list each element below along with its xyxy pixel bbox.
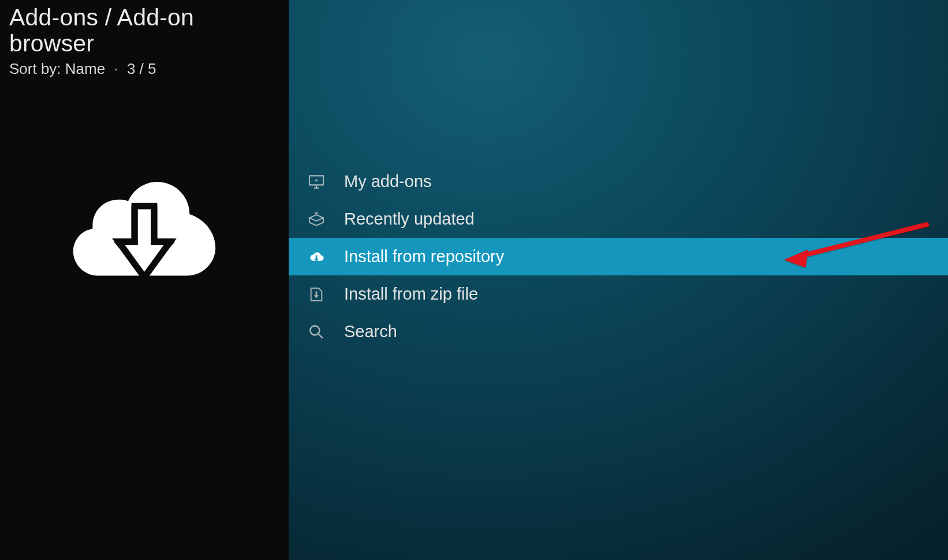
sort-separator: · xyxy=(114,60,118,78)
monitor-icon xyxy=(306,171,327,192)
menu-item-label: Install from repository xyxy=(344,247,504,266)
menu-item-label: My add-ons xyxy=(344,172,432,191)
addon-browser-large-icon xyxy=(9,141,279,303)
menu-item-label: Search xyxy=(344,322,397,341)
menu-item-install-from-repository[interactable]: Install from repository xyxy=(289,238,948,275)
menu-item-my-addons[interactable]: My add-ons xyxy=(289,163,948,200)
menu-item-search[interactable]: Search xyxy=(289,313,948,350)
menu-item-label: Recently updated xyxy=(344,210,475,229)
sort-label: Sort by: Name xyxy=(9,60,105,77)
menu-list: My add-ons Recently updated Install from… xyxy=(289,163,948,350)
box-open-icon xyxy=(306,209,327,230)
zip-download-icon xyxy=(306,284,327,305)
sidebar: Add-ons / Add-on browser Sort by: Name ·… xyxy=(0,0,289,560)
menu-item-label: Install from zip file xyxy=(344,285,478,304)
cloud-download-icon xyxy=(64,141,225,303)
search-icon xyxy=(306,322,327,342)
sort-line: Sort by: Name · 3 / 5 xyxy=(9,60,279,78)
cloud-download-icon xyxy=(306,247,327,267)
main-panel: My add-ons Recently updated Install from… xyxy=(289,0,948,560)
svg-point-0 xyxy=(315,179,318,181)
sort-index: 3 / 5 xyxy=(127,60,156,77)
breadcrumb: Add-ons / Add-on browser xyxy=(9,5,279,57)
svg-point-1 xyxy=(310,326,319,335)
menu-item-install-from-zip[interactable]: Install from zip file xyxy=(289,275,948,313)
menu-item-recently-updated[interactable]: Recently updated xyxy=(289,200,948,238)
